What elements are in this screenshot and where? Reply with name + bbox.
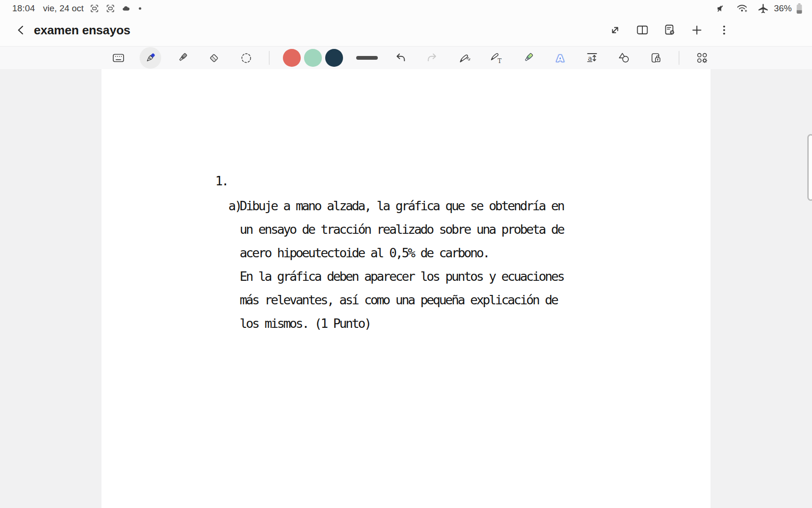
undo-icon	[394, 51, 407, 64]
two-page-view-button[interactable]	[633, 21, 651, 39]
content-area: 1. a) Dibuje a mano alzada, la gráfica q…	[0, 69, 812, 508]
more-options-button[interactable]	[715, 21, 733, 39]
status-indicators: 36%	[710, 3, 803, 15]
page-gear-icon	[663, 23, 677, 37]
redo-icon	[426, 51, 439, 64]
toolbar-divider	[679, 51, 679, 65]
color-swatch-navy[interactable]	[325, 49, 343, 67]
mute-icon	[716, 3, 726, 14]
expand-diagonal-icon	[608, 23, 622, 37]
keyboard-tool-button[interactable]	[109, 48, 128, 67]
text-style-button[interactable]: a	[583, 48, 601, 67]
text-line: Dibuje a mano alzada, la gráfica que se …	[240, 194, 563, 218]
text-line: En la gráfica deben aparecer los puntos …	[240, 265, 563, 288]
text-line: los mismos. (1 Punto)	[240, 312, 563, 335]
text-line: un ensayo de tracción realizado sobre un…	[240, 218, 563, 241]
book-icon	[635, 23, 649, 37]
note-title: examen ensayos	[34, 23, 130, 38]
scrollbar-thumb[interactable]	[807, 134, 812, 201]
handwriting-to-text-button[interactable]: T	[487, 48, 506, 67]
add-page-button[interactable]	[688, 21, 706, 39]
text-size-icon: a	[586, 51, 599, 64]
color-swatch-mint[interactable]	[304, 49, 322, 67]
tools-grid-icon	[695, 51, 709, 64]
redo-button[interactable]	[423, 48, 442, 67]
pen-text-icon: T	[490, 51, 503, 64]
text-line: más relevantes, así como una pequeña exp…	[240, 288, 563, 312]
notes-app-screen: 18:04 vie, 24 oct	[0, 0, 812, 508]
toolbar-divider	[269, 51, 270, 65]
handwriting-beautify-button[interactable]	[455, 48, 474, 67]
highlighter-tool-button[interactable]	[173, 48, 192, 67]
status-bar: 18:04 vie, 24 oct	[0, 0, 812, 15]
item-label: a)	[228, 194, 241, 218]
back-button[interactable]	[12, 21, 30, 39]
editing-toolbar: T A A	[0, 46, 812, 69]
toolbar-settings-button[interactable]	[693, 48, 711, 67]
header-actions	[606, 21, 812, 39]
highlighter-icon	[176, 51, 189, 64]
plus-icon	[690, 23, 704, 37]
fullscreen-button[interactable]	[606, 21, 624, 39]
eraser-tool-button[interactable]	[205, 48, 224, 67]
stroke-width-icon	[356, 56, 378, 60]
undo-button[interactable]	[391, 48, 410, 67]
svg-text:T: T	[498, 57, 502, 64]
cloud-icon	[121, 3, 132, 14]
pen-color-swatches	[283, 49, 343, 67]
shape-recognition-button[interactable]	[615, 48, 633, 67]
app-header: examen ensayos	[0, 14, 812, 46]
favorite-pen-button[interactable]	[519, 48, 538, 67]
chevron-left-icon	[14, 23, 28, 37]
eraser-icon	[208, 51, 221, 64]
note-page-canvas[interactable]: 1. a) Dibuje a mano alzada, la gráfica q…	[102, 69, 710, 508]
status-date: vie, 24 oct	[43, 3, 84, 14]
shapes-icon	[617, 51, 631, 64]
svg-text:A: A	[556, 53, 564, 64]
page-lock-button[interactable]	[647, 48, 665, 67]
pen-sparkle-icon	[458, 51, 471, 64]
lasso-select-tool-button[interactable]	[237, 48, 256, 67]
svg-text:a: a	[588, 55, 592, 62]
question-number: 1.	[215, 169, 228, 193]
auto-format-button[interactable]: A A	[551, 48, 570, 67]
page-settings-button[interactable]	[661, 21, 679, 39]
pen-tool-button[interactable]	[141, 48, 160, 67]
letter-a-icon: A A	[554, 51, 567, 64]
notification-dot-icon	[137, 6, 143, 11]
lasso-icon	[240, 51, 253, 64]
question-text: Dibuje a mano alzada, la gráfica que se …	[240, 194, 563, 335]
screen-capture-icon	[89, 3, 100, 14]
kebab-menu-icon	[717, 23, 731, 37]
green-highlighter-icon	[522, 51, 535, 64]
wifi-icon	[736, 3, 748, 14]
stroke-width-button[interactable]	[356, 48, 378, 67]
text-line: acero hipoeutectoide al 0,5% de carbono.	[240, 241, 563, 265]
airplane-mode-icon	[757, 3, 769, 14]
status-time: 18:04	[12, 3, 35, 14]
keyboard-icon	[112, 51, 125, 64]
battery-percent: 36%	[774, 3, 792, 14]
screen-capture-icon	[105, 3, 116, 14]
page-lock-icon	[649, 51, 663, 64]
color-swatch-red[interactable]	[283, 49, 301, 67]
fountain-pen-icon	[144, 51, 157, 64]
battery-icon	[796, 3, 803, 15]
